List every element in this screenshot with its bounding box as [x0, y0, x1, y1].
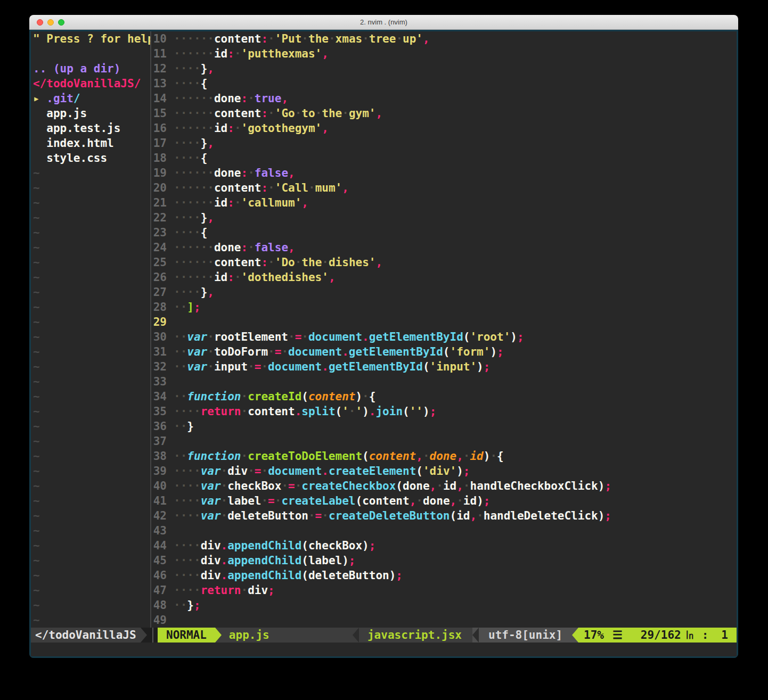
tree-item-app-test-js[interactable]: app.test.js — [33, 121, 150, 136]
column-number: 1 — [721, 628, 728, 643]
terminal-content: " Press ? for help.. (up a dir)</todoVan… — [29, 30, 738, 658]
minimize-button[interactable] — [47, 19, 54, 26]
code-line-24[interactable]: 24······done:·false, — [151, 240, 737, 255]
line-number: 20 — [151, 180, 174, 195]
empty-line-tilde: ~ — [33, 449, 150, 464]
code-line-43[interactable]: 43 — [151, 523, 737, 538]
terminal-window: 2. nvim . (nvim) " Press ? for help.. (u… — [29, 15, 738, 658]
code-line-13[interactable]: 13····{ — [151, 76, 737, 91]
empty-line-tilde: ~ — [33, 270, 150, 285]
code-line-39[interactable]: 39····var·div·=·document.createElement('… — [151, 464, 737, 479]
code-line-22[interactable]: 22····}, — [151, 210, 737, 225]
editor-split: " Press ? for help.. (up a dir)</todoVan… — [31, 31, 737, 628]
title-bar[interactable]: 2. nvim . (nvim) — [29, 15, 738, 30]
empty-line-tilde: ~ — [33, 493, 150, 508]
code-line-38[interactable]: 38··function·createToDoElement(content,·… — [151, 449, 737, 464]
cursor-position: 29/162 — [641, 628, 681, 643]
command-line[interactable] — [31, 643, 737, 656]
tree-item-index-html[interactable]: index.html — [33, 136, 150, 151]
code-line-23[interactable]: 23····{ — [151, 225, 737, 240]
empty-line-tilde: ~ — [33, 583, 150, 598]
code-line-12[interactable]: 12····}, — [151, 61, 737, 76]
tree-up-a-dir[interactable]: .. (up a dir) — [33, 61, 150, 76]
code-line-17[interactable]: 17····}, — [151, 136, 737, 151]
powerline-arrow-icon — [215, 628, 222, 643]
code-line-42[interactable]: 42····var·deleteButton·=·createDeleteBut… — [151, 508, 737, 523]
empty-line-tilde: ~ — [33, 195, 150, 210]
empty-line-tilde: ~ — [33, 166, 150, 180]
code-line-25[interactable]: 25······content:·'Do·the·dishes', — [151, 255, 737, 270]
empty-line-tilde: ~ — [33, 285, 150, 300]
tree-item-git[interactable]: ▸ .git/ — [33, 91, 150, 106]
line-number: 28 — [151, 300, 174, 315]
code-line-37[interactable]: 37 — [151, 434, 737, 449]
tree-item-style-css[interactable]: style.css — [33, 151, 150, 166]
code-line-46[interactable]: 46····div.appendChild(deleteButton); — [151, 568, 737, 583]
line-number: 21 — [151, 195, 174, 210]
scroll-percent: 17% — [584, 628, 604, 643]
line-number: 40 — [151, 479, 174, 493]
code-line-30[interactable]: 30··var·rootElement·=·document.getElemen… — [151, 330, 737, 344]
code-line-18[interactable]: 18····{ — [151, 151, 737, 166]
line-number: 45 — [151, 553, 174, 568]
line-number: 49 — [151, 613, 174, 628]
code-line-26[interactable]: 26······id:·'dothedishes', — [151, 270, 737, 285]
empty-line-tilde: ~ — [33, 404, 150, 419]
code-line-48[interactable]: 48··}; — [151, 598, 737, 613]
empty-line-tilde: ~ — [33, 225, 150, 240]
maxlinenr-icon: ㏑ — [684, 628, 696, 643]
empty-line-tilde: ~ — [33, 553, 150, 568]
empty-line-tilde: ~ — [33, 210, 150, 225]
line-number: 36 — [151, 419, 174, 434]
zoom-button[interactable] — [58, 19, 64, 26]
code-line-10[interactable]: 10······content:·'Put·the·xmas·tree·up', — [151, 31, 737, 46]
line-number: 19 — [151, 166, 174, 180]
empty-line-tilde: ~ — [33, 240, 150, 255]
line-number: 18 — [151, 151, 174, 166]
empty-line-tilde: ~ — [33, 419, 150, 434]
code-line-21[interactable]: 21······id:·'callmum', — [151, 195, 737, 210]
code-line-40[interactable]: 40····var·checkBox·=·createCheckbox(done… — [151, 479, 737, 493]
code-line-19[interactable]: 19······done:·false, — [151, 166, 737, 180]
line-number: 27 — [151, 285, 174, 300]
code-line-32[interactable]: 32··var·input·=·document.getElementById(… — [151, 359, 737, 374]
line-number: 46 — [151, 568, 174, 583]
filetype-segment: javascript.jsx — [359, 628, 472, 643]
tree-root[interactable]: </todoVanillaJS/ — [33, 76, 150, 91]
code-line-35[interactable]: 35····return·content.split('·').join('')… — [151, 404, 737, 419]
code-line-36[interactable]: 36··} — [151, 419, 737, 434]
line-number: 15 — [151, 106, 174, 121]
empty-line-tilde: ~ — [33, 538, 150, 553]
linenr-icon: ☰ — [612, 628, 623, 643]
code-line-33[interactable]: 33 — [151, 374, 737, 389]
code-line-27[interactable]: 27····}, — [151, 285, 737, 300]
code-line-41[interactable]: 41····var·label·=·createLabel(content,·d… — [151, 493, 737, 508]
line-number: 44 — [151, 538, 174, 553]
code-line-14[interactable]: 14······done:·true, — [151, 91, 737, 106]
code-line-20[interactable]: 20······content:·'Call·mum', — [151, 180, 737, 195]
code-line-15[interactable]: 15······content:·'Go·to·the·gym', — [151, 106, 737, 121]
mode-indicator: NORMAL — [158, 628, 215, 643]
nerdtree-status-segment: </todoVanillaJS — [31, 628, 141, 643]
code-line-31[interactable]: 31··var·toDoForm·=·document.getElementBy… — [151, 344, 737, 359]
code-line-34[interactable]: 34··function·createId(content)·{ — [151, 389, 737, 404]
code-line-44[interactable]: 44····div.appendChild(checkBox); — [151, 538, 737, 553]
line-number: 16 — [151, 121, 174, 136]
line-number: 43 — [151, 523, 174, 538]
line-number: 39 — [151, 464, 174, 479]
code-line-45[interactable]: 45····div.appendChild(label); — [151, 553, 737, 568]
tree-item-app-js[interactable]: app.js — [33, 106, 150, 121]
line-number: 13 — [151, 76, 174, 91]
code-line-11[interactable]: 11······id:·'putthexmas', — [151, 46, 737, 61]
editor-pane[interactable]: 10······content:·'Put·the·xmas·tree·up',… — [151, 31, 737, 628]
line-number: 47 — [151, 583, 174, 598]
code-line-47[interactable]: 47····return·div; — [151, 583, 737, 598]
status-line: </todoVanillaJS NORMAL app.js javascript… — [31, 628, 737, 643]
code-line-28[interactable]: 28··]; — [151, 300, 737, 315]
code-line-29[interactable]: 29 — [151, 315, 737, 330]
code-line-49[interactable]: 49 — [151, 613, 737, 628]
close-button[interactable] — [37, 19, 43, 26]
code-line-16[interactable]: 16······id:·'gotothegym', — [151, 121, 737, 136]
line-number: 12 — [151, 61, 174, 76]
nerdtree-sidebar[interactable]: " Press ? for help.. (up a dir)</todoVan… — [31, 31, 150, 628]
